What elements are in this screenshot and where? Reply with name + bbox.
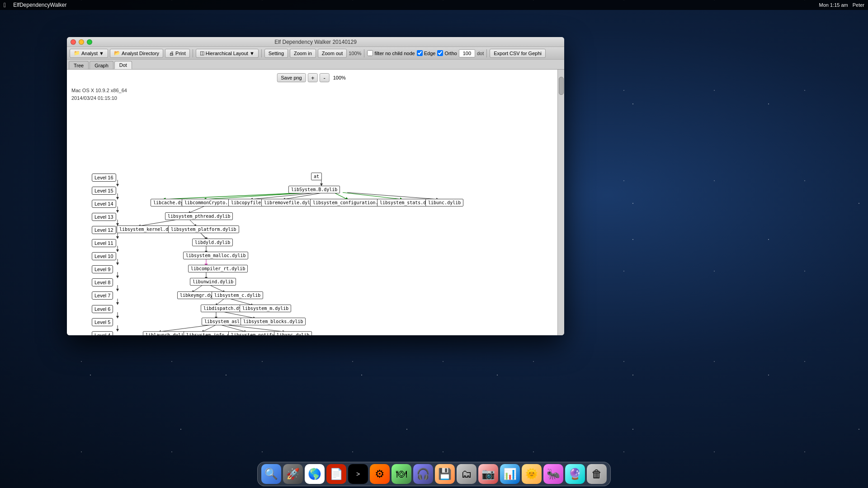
zoom-display: 100% [331,75,348,80]
ortho-value-input[interactable] [459,49,475,57]
tab-tree[interactable]: Tree [69,61,89,69]
level-7: Level 7 [92,291,113,300]
dock-activity-monitor[interactable]: 📊 [500,464,520,484]
window-controls [71,39,92,45]
node-libsystem-blocks[interactable]: libsystem_blocks.dylib [241,318,306,325]
print-button[interactable]: 🖨 Print [165,49,190,58]
node-libsystem-platform[interactable]: libsystem_platform.dylib [168,225,239,233]
dock-chrome[interactable]: 🌎 [305,464,325,484]
svg-line-21 [216,299,224,305]
level-6: Level 6 [92,305,113,313]
titlebar: Elf Dependency Walker 20140129 [67,37,564,47]
setting-button[interactable]: Setting [264,49,288,58]
analyst-icon: 📁 [74,50,80,56]
node-libxpc[interactable]: libxpc.dylib [274,331,312,335]
level-4: Level 4 [92,331,113,335]
sep4 [486,49,487,57]
sep2 [261,49,262,57]
level-14: Level 14 [92,200,116,208]
svg-line-24 [223,312,255,318]
edge-checkbox[interactable] [417,50,423,56]
ortho-checkbox-label[interactable]: Ortho [437,50,457,56]
toolbar: 📁 Analyst ▼ 📂 Analyst Directory 🖨 Print … [67,47,564,60]
node-libcompiler-rt[interactable]: libcompiler_rt.dylib [188,265,248,272]
dock-app11[interactable]: 📷 [478,464,498,484]
node-libsystem-m[interactable]: libsystem_m.dylib [240,305,291,312]
dock-app9[interactable]: 💾 [435,464,455,484]
dock-app14[interactable]: 🐜 [543,464,563,484]
node-libdyld[interactable]: libdyld.dylib [192,239,233,246]
dock-app7[interactable]: 🍽 [392,464,411,484]
tabs-bar: Tree Graph Dot [67,60,564,70]
ortho-checkbox[interactable] [437,50,443,56]
level-8: Level 8 [92,278,113,286]
svg-line-28 [225,325,284,332]
scrollbar-right[interactable] [557,70,564,335]
layout-button[interactable]: ◫ Hierarchical Layout ▼ [196,49,259,58]
svg-line-26 [203,325,216,332]
level-9: Level 9 [92,265,113,273]
node-libunwind[interactable]: libunwind.dylib [190,278,236,286]
menubar-app-name[interactable]: ElfDependencyWalker [13,2,66,8]
tab-dot[interactable]: Dot [114,61,132,69]
svg-line-25 [160,325,212,332]
analyst-button[interactable]: 📁 Analyst ▼ [70,49,108,58]
sep1 [193,49,193,57]
zoom-pct-label: 100% [349,51,361,56]
layout-icon: ◫ [200,50,204,56]
dock-app10[interactable]: 🗂 [457,464,476,484]
print-icon: 🖨 [169,51,174,56]
layout-dropdown-icon: ▼ [250,51,255,56]
dock-terminal[interactable]: > [348,464,368,484]
dock-app6[interactable]: ⚙ [370,464,390,484]
menubar:  ElfDependencyWalker Mon 1:15 am Peter [0,0,868,10]
analyst-dir-button[interactable]: 📂 Analyst Directory [110,49,163,58]
dock-trash[interactable]: 🗑 [587,464,607,484]
node-libsystem-c[interactable]: libsystem_c.dylib [212,291,263,299]
content-area: Save png + - 100% Mac OS X 10.9.2 x86_64… [67,70,564,335]
dock: 🔍 🚀 🌎 📄 > ⚙ 🍽 🎧 💾 🗂 📷 📊 🌞 🐜 🔮 🗑 [257,462,611,486]
zoom-plus-button[interactable]: + [308,73,318,82]
main-window: Elf Dependency Walker 20140129 📁 Analyst… [67,37,564,335]
zoom-out-button[interactable]: Zoom out [318,49,347,58]
filter-checkbox[interactable] [367,50,373,56]
save-png-button[interactable]: Save png [277,73,306,82]
zoom-bar: Save png + - 100% [277,73,347,82]
menubar-right: Mon 1:15 am Peter [819,2,865,8]
sep3 [364,49,364,57]
level-11: Level 11 [92,239,116,247]
node-at[interactable]: at [311,173,322,180]
node-libsystem-malloc[interactable]: libsystem_malloc.dylib [183,252,248,259]
scrollbar-thumb[interactable] [559,77,564,95]
dock-finder[interactable]: 🔍 [261,464,281,484]
close-button[interactable] [71,39,76,45]
export-button[interactable]: Export CSV for Gephi [490,49,546,58]
dock-launchpad[interactable]: 🚀 [283,464,303,484]
dot-label: dot [477,51,484,56]
apple-logo-icon[interactable]:  [4,1,6,9]
menubar-user: Peter [853,2,864,8]
dock-filezilla[interactable]: 📄 [326,464,346,484]
node-libsystem-pthread[interactable]: libsystem_pthread.dylib [165,212,233,220]
window-title: Elf Dependency Walker 20140129 [274,39,357,45]
node-liblaunch[interactable]: liblaunch.dylib [143,331,189,335]
node-libunc[interactable]: libunc.dylib [425,199,463,206]
zoom-in-button[interactable]: Zoom in [290,49,316,58]
menubar-time: Mon 1:15 am [819,2,848,8]
zoom-minus-button[interactable]: - [320,73,330,82]
folder-icon: 📂 [114,50,120,56]
tab-graph[interactable]: Graph [90,61,113,69]
dock-app13[interactable]: 🌞 [522,464,542,484]
svg-line-22 [230,299,252,305]
svg-line-17 [200,233,206,239]
minimize-button[interactable] [79,39,84,45]
graph-inner: Level 16 Level 15 Level 14 Level 13 Leve… [67,70,546,332]
maximize-button[interactable] [87,39,92,45]
level-5: Level 5 [92,318,113,326]
node-libsystemB[interactable]: libSystem.B.dylib [288,186,340,193]
filter-checkbox-label[interactable]: filter no child node [367,50,415,56]
dock-app8[interactable]: 🎧 [413,464,433,484]
edge-checkbox-label[interactable]: Edge [417,50,436,56]
graph-canvas[interactable]: Save png + - 100% Mac OS X 10.9.2 x86_64… [67,70,557,335]
dock-app15[interactable]: 🔮 [565,464,585,484]
